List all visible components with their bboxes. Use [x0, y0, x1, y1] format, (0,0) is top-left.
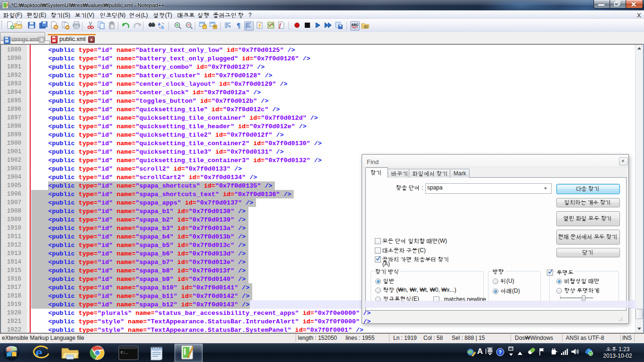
svg-text:b: b — [161, 25, 164, 30]
svg-text:ABC: ABC — [351, 23, 359, 27]
svg-text:?: ? — [499, 349, 502, 355]
svg-text:C:_: C:_ — [121, 350, 128, 354]
svg-text:a: a — [158, 22, 161, 26]
svg-text:¶: ¶ — [237, 22, 240, 29]
